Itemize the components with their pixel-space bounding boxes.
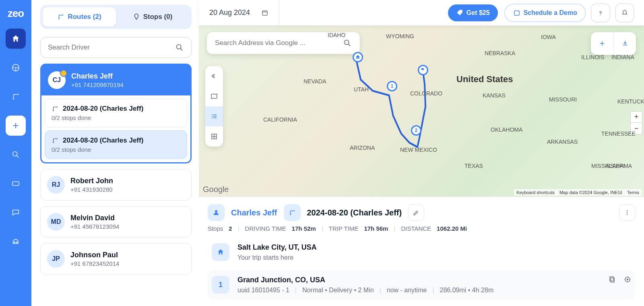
headset-icon xyxy=(11,237,20,246)
map-label: IDAHO xyxy=(328,32,345,38)
end-pin[interactable] xyxy=(418,65,428,75)
driver-name: Melvin David xyxy=(70,214,119,222)
nav-driver[interactable] xyxy=(6,58,26,78)
svg-point-19 xyxy=(290,214,291,215)
map-icon xyxy=(211,93,218,100)
svg-point-9 xyxy=(53,110,54,111)
svg-rect-14 xyxy=(514,10,519,15)
stop-window: now - anytime xyxy=(387,287,427,294)
driver-name: Johnson Paul xyxy=(70,251,119,259)
nav-support[interactable] xyxy=(6,232,26,252)
chat-icon xyxy=(11,208,20,217)
home-icon xyxy=(11,34,20,43)
svg-point-23 xyxy=(627,214,627,215)
stops-label: Stops xyxy=(208,225,223,232)
driver-phone: +91 45678123094 xyxy=(70,223,119,230)
route-icon xyxy=(289,209,296,216)
start-pin[interactable] xyxy=(353,52,363,62)
get-reward-button[interactable]: Get $25 xyxy=(448,4,498,21)
map-label: UTAH xyxy=(354,86,369,93)
layers-button[interactable] xyxy=(205,86,223,106)
detail-head: Charles Jeff 2024-08-20 (Charles Jeff) xyxy=(208,204,635,221)
avatar-initials: JP xyxy=(52,255,60,263)
schedule-demo-label: Schedule a Demo xyxy=(524,9,577,17)
notifications-button[interactable] xyxy=(615,3,634,23)
tab-routes[interactable]: Routes (2) xyxy=(43,7,116,27)
map-label: WYOMING xyxy=(386,33,414,39)
svg-rect-13 xyxy=(262,10,267,15)
grid-view-button[interactable] xyxy=(205,126,223,147)
route-title-text: 2024-08-20 (Charles Jeff) xyxy=(63,105,143,113)
stop-type: Normal • Delivery • 2 Min xyxy=(302,287,374,294)
stop-pin-2[interactable]: 2 xyxy=(411,125,421,136)
route-item-selected[interactable]: 2024-08-20 (Charles Jeff) 0/2 stops done xyxy=(45,130,187,159)
zoom-in-button[interactable]: + xyxy=(631,112,642,123)
nav-add[interactable] xyxy=(6,116,26,136)
svg-point-8 xyxy=(177,45,181,49)
nav-route[interactable] xyxy=(6,87,26,107)
locate-stop-button[interactable] xyxy=(624,276,631,285)
search-address-input[interactable] xyxy=(215,39,343,47)
date-text: 20 Aug 2024 xyxy=(209,8,250,17)
question-icon: ? xyxy=(597,9,604,17)
help-button[interactable]: ? xyxy=(591,3,610,23)
map-label: ALABAMA xyxy=(605,163,632,169)
driver-card[interactable]: JP Johnson Paul +91 67823452014 xyxy=(40,243,192,275)
stop-uuid: uuid 16010495 - 1 xyxy=(237,287,289,294)
svg-point-3 xyxy=(17,94,19,95)
date-picker[interactable]: 20 Aug 2024 xyxy=(199,0,279,25)
detail-driver-name: Charles Jeff xyxy=(231,208,277,217)
plus-icon xyxy=(11,121,20,130)
detail-route-name: 2024-08-20 (Charles Jeff) xyxy=(307,208,402,217)
trip-label: TRIP TIME xyxy=(329,225,359,232)
route-icon xyxy=(11,92,20,101)
avatar-initials: CJ xyxy=(53,76,61,84)
route-detail: Charles Jeff 2024-08-20 (Charles Jeff) S… xyxy=(199,196,644,306)
nav-ticket[interactable] xyxy=(6,174,26,194)
export-button[interactable] xyxy=(613,32,636,55)
driver-card[interactable]: RJ Robert John +91 431930280 xyxy=(40,169,192,201)
driver-card[interactable]: MD Melvin David +91 45678123094 xyxy=(40,206,192,238)
more-button[interactable] xyxy=(619,205,635,221)
route-item[interactable]: 2024-08-20 (Charles Jeff) 0/2 stops done xyxy=(45,99,187,127)
avatar-initials: MD xyxy=(51,218,61,225)
pencil-icon xyxy=(413,209,420,216)
driver-card-selected[interactable]: CJ Charles Jeff +91 741209870194 2024-08… xyxy=(40,64,192,163)
map-label: TENNESSEE xyxy=(601,130,636,137)
start-title: Salt Lake City, UT, USA xyxy=(237,243,631,252)
search-driver[interactable] xyxy=(40,37,192,58)
stop-row[interactable]: 1 Grand Junction, CO, USA uuid 16010495 … xyxy=(208,270,635,300)
nav-search[interactable] xyxy=(6,145,26,165)
tab-row: Routes (2) Stops (0) xyxy=(40,5,192,29)
search-icon xyxy=(11,150,20,159)
schedule-demo-button[interactable]: Schedule a Demo xyxy=(504,4,586,22)
copy-icon xyxy=(609,276,616,283)
map-label: IOWA xyxy=(541,34,556,40)
svg-rect-5 xyxy=(12,182,19,185)
map[interactable]: + − 1 2 United States IDAHO WYOMING NEVA… xyxy=(199,26,644,196)
driver-chip[interactable] xyxy=(208,204,225,221)
tab-stops[interactable]: Stops (0) xyxy=(116,7,189,27)
stop-pin-1[interactable]: 1 xyxy=(387,81,397,91)
search-icon xyxy=(343,39,352,48)
edit-route-button[interactable] xyxy=(408,205,424,221)
search-driver-input[interactable] xyxy=(48,43,175,52)
nav-chat[interactable] xyxy=(6,203,26,223)
stop-actions xyxy=(609,276,631,285)
list-view-button[interactable] xyxy=(205,106,223,126)
driver-name: Charles Jeff xyxy=(71,72,124,81)
export-icon xyxy=(621,40,629,47)
map-terms[interactable]: Terms xyxy=(627,190,639,195)
map-label: NEBRASKA xyxy=(485,50,515,56)
nav-home[interactable] xyxy=(6,29,26,49)
map-label: NEW MEXICO xyxy=(400,147,437,153)
collapse-map-button[interactable] xyxy=(205,66,223,86)
driving-value: 17h 52m xyxy=(292,225,316,232)
copy-stop-button[interactable] xyxy=(609,276,616,285)
svg-point-16 xyxy=(345,40,349,45)
avatar: CJ xyxy=(48,71,66,89)
map-shortcuts[interactable]: Keyboard shortcuts xyxy=(516,190,555,195)
route-chip[interactable] xyxy=(284,204,301,221)
add-stop-button[interactable] xyxy=(591,32,613,55)
pin-icon xyxy=(133,13,140,21)
